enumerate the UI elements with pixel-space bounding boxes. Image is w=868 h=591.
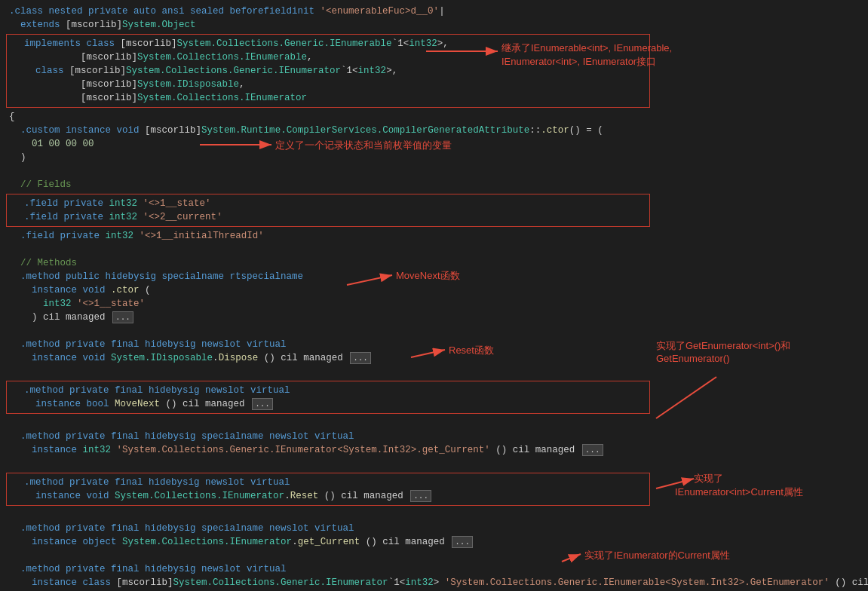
method-ctor1: .method public hidebysig specialname rts… — [6, 270, 650, 283]
expand-movenext[interactable]: ... — [252, 398, 273, 410]
method-gc1-2: instance int32 'System.Collections.Gener… — [6, 443, 650, 457]
class-declaration: .class nested private auto ansi sealed b… — [6, 5, 650, 18]
method-ctor2: instance void .ctor ( — [6, 283, 650, 297]
empty7 — [6, 508, 650, 522]
annot-prop2: 实现了IEnumerator的Current属性 — [584, 549, 730, 562]
empty5 — [6, 416, 650, 430]
method-movenext1: .method private final hidebysig newslot … — [10, 384, 646, 397]
annot-fields: 定义了一个记录状态和当前枚举值的变量 — [275, 139, 452, 152]
extends-line: extends [mscorlib]System.Object — [6, 18, 650, 32]
expand-dispose[interactable]: ... — [350, 352, 371, 364]
impl-line4: [mscorlib]System.IDisposable, — [10, 78, 646, 91]
movenext-box: .method private final hidebysig newslot … — [6, 381, 650, 414]
method-dispose1: .method private final hidebysig newslot … — [6, 338, 650, 351]
svg-line-5 — [656, 377, 716, 418]
method-reset1: .method private final hidebysig newslot … — [10, 476, 646, 489]
expand-reset[interactable]: ... — [410, 490, 431, 502]
annot-prop1a: 实现了 — [694, 472, 723, 485]
method-gco2: instance object System.Collections.IEnum… — [6, 535, 650, 549]
annot-inherits2: IEnumerator<int>, IEnumerator接口 — [501, 55, 656, 69]
method-ctor3: int32 '<>1__state' — [6, 297, 650, 311]
method-movenext2: instance bool MoveNext () cil managed ..… — [10, 397, 646, 411]
annot-movenext: MoveNext函数 — [396, 269, 460, 283]
annot-prop1b: IEnumerator<int>Current属性 — [675, 485, 803, 499]
fields-comment: // Fields — [6, 178, 650, 191]
field3-line: .field private int32 '<>1__initialThread… — [6, 229, 650, 243]
annot-getenumerator1: 实现了GetEnumerator<int>()和 — [656, 339, 790, 353]
annot-inherits: 继承了IEnumerable<int>, IEnumerable, — [501, 41, 672, 55]
method-geg1: .method private final hidebysig newslot … — [6, 562, 650, 576]
methods-comment: // Methods — [6, 256, 650, 270]
empty1 — [6, 164, 650, 178]
field2-line: .field private int32 '<>2__current' — [10, 210, 646, 224]
reset-box: .method private final hidebysig newslot … — [6, 473, 650, 506]
field1-line: .field private int32 '<>1__state' — [10, 197, 646, 210]
method-ctor4: ) cil managed ... — [6, 311, 650, 324]
empty8 — [6, 549, 650, 562]
method-gco1: .method private final hidebysig specialn… — [6, 522, 650, 535]
fields-box: .field private int32 '<>1__state' .field… — [6, 194, 650, 227]
method-reset2: instance void System.Collections.IEnumer… — [10, 489, 646, 503]
expand-gco[interactable]: ... — [452, 536, 473, 548]
method-dispose2: instance void System.IDisposable.Dispose… — [6, 351, 650, 365]
empty4 — [6, 365, 650, 378]
custom-line1: .custom instance void [mscorlib]System.R… — [6, 124, 650, 137]
custom-line3: ) — [6, 151, 650, 164]
method-geg2: instance class [mscorlib]System.Collecti… — [6, 576, 650, 589]
annot-getenumerator2: GetEnumerator() — [656, 353, 730, 364]
open-brace: { — [6, 110, 650, 124]
page-wrapper: .class nested private auto ansi sealed b… — [0, 0, 868, 591]
expand-ctor[interactable]: ... — [112, 311, 133, 323]
method-gc1-1: .method private final hidebysig specialn… — [6, 430, 650, 443]
expand-gc1[interactable]: ... — [582, 444, 603, 456]
empty3 — [6, 324, 650, 338]
empty2 — [6, 243, 650, 256]
annot-reset: Reset函数 — [449, 344, 494, 357]
empty6 — [6, 457, 650, 470]
code-container: .class nested private auto ansi sealed b… — [0, 0, 656, 591]
impl-line5: [mscorlib]System.Collections.IEnumerator — [10, 91, 646, 105]
